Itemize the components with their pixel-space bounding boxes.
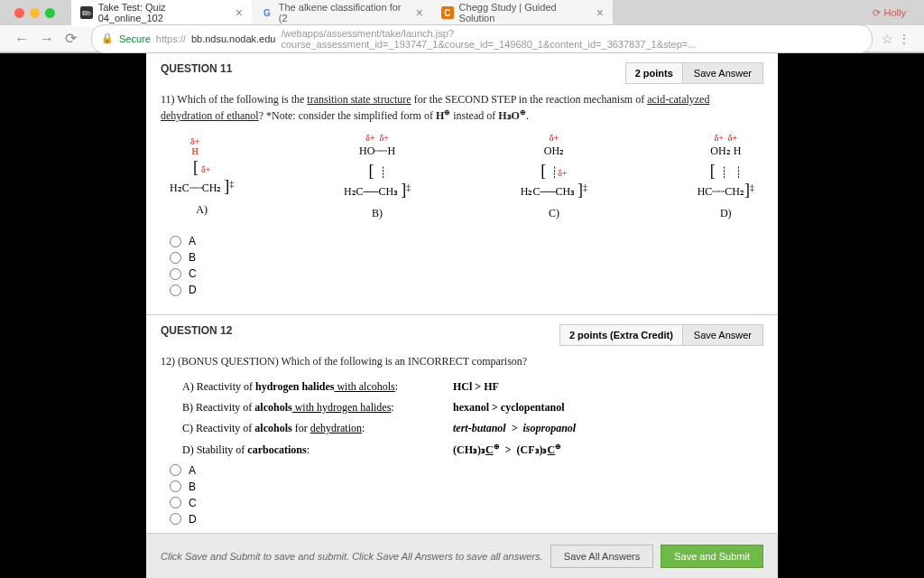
structure-d: δ+ δ+ OH₂ H [ ┊ ┊HC┄┄CH₂]‡ D) — [698, 133, 754, 220]
browser-menu-icon[interactable]: ⋮ — [893, 33, 915, 45]
radio-b[interactable] — [170, 252, 181, 264]
comparison-row-d: D) Stability of carbocations: (CH₃)₃C⊕ >… — [182, 442, 763, 459]
page-viewport: QUESTION 11 2 points Save Answer 11) Whi… — [0, 53, 924, 578]
save-answer-button[interactable]: Save Answer — [682, 63, 762, 83]
url-scheme: https:// — [156, 33, 186, 44]
save-all-button[interactable]: Save All Answers — [550, 545, 653, 568]
question-number: QUESTION 11 — [161, 62, 232, 75]
points-label: 2 points (Extra Credit) — [560, 325, 682, 345]
answer-options: A B C D — [170, 235, 763, 296]
option-c[interactable]: C — [170, 267, 763, 280]
option-b[interactable]: B — [170, 480, 763, 493]
question-stem: 12) (BONUS QUESTION) Which of the follow… — [161, 353, 763, 369]
comparison-table: A) Reactivity of hydrogen halides with a… — [182, 378, 763, 459]
tab-title: The alkene classification for (2 — [279, 2, 411, 23]
url-host: bb.ndsu.nodak.edu — [191, 33, 276, 44]
close-tab-icon[interactable]: × — [596, 5, 604, 20]
radio-c[interactable] — [170, 268, 181, 280]
minimize-icon[interactable] — [30, 8, 40, 18]
option-a[interactable]: A — [170, 235, 763, 247]
comparison-row-b: B) Reactivity of alcohols with hydrogen … — [182, 399, 763, 416]
option-c[interactable]: C — [170, 497, 763, 509]
lock-icon: 🔒 — [101, 33, 114, 44]
quiz-content: QUESTION 11 2 points Save Answer 11) Whi… — [146, 53, 778, 578]
structure-c: δ+ OH₂ [ ┊δ+H₂C──CH₃ ]‡ C) — [521, 133, 587, 220]
footer-bar: Click Save and Submit to save and submit… — [146, 533, 778, 578]
tab-title: Chegg Study | Guided Solution — [459, 2, 591, 23]
close-icon[interactable] — [14, 8, 24, 18]
window-controls[interactable] — [7, 8, 62, 18]
blackboard-icon: Bb — [80, 6, 93, 19]
question-11-card: QUESTION 11 2 points Save Answer 11) Whi… — [146, 53, 778, 315]
user-indicator: ⟳ Holly — [873, 7, 906, 19]
tab-bar: Bb Take Test: Quiz 04_online_102 × G The… — [0, 0, 924, 25]
answer-options: A B C D — [170, 464, 763, 526]
radio-d[interactable] — [170, 513, 181, 525]
footer-hint: Click Save and Submit to save and submit… — [161, 551, 542, 562]
chemical-structures: δ+ H [ δ+H₂C┄┄CH₂ ]‡ A) δ+ δ+ HO┄┄H [ ┊H… — [161, 133, 763, 220]
user-name: Holly — [884, 7, 906, 18]
question-number: QUESTION 12 — [161, 324, 232, 337]
radio-a[interactable] — [170, 236, 181, 247]
structure-a: δ+ H [ δ+H₂C┄┄CH₂ ]‡ A) — [170, 136, 234, 217]
forward-button[interactable]: → — [34, 31, 60, 47]
points-box: 2 points Save Answer — [625, 62, 763, 84]
maximize-icon[interactable] — [45, 8, 55, 18]
radio-d[interactable] — [170, 284, 181, 296]
option-a[interactable]: A — [170, 464, 763, 477]
reload-button[interactable]: ⟳ — [60, 30, 82, 47]
radio-a[interactable] — [170, 464, 181, 476]
close-tab-icon[interactable]: × — [236, 5, 243, 20]
sync-icon: ⟳ — [873, 7, 881, 19]
tab-google[interactable]: G The alkene classification for (2 × — [252, 0, 432, 27]
browser-chrome: Bb Take Test: Quiz 04_online_102 × G The… — [0, 0, 924, 53]
question-12-card: QUESTION 12 2 points (Extra Credit) Save… — [146, 315, 778, 533]
back-button[interactable]: ← — [9, 31, 34, 47]
close-tab-icon[interactable]: × — [416, 5, 423, 20]
comparison-row-c: C) Reactivity of alcohols for dehydratio… — [182, 420, 763, 437]
points-label: 2 points — [626, 63, 682, 83]
bookmark-icon[interactable]: ☆ — [882, 32, 893, 46]
radio-b[interactable] — [170, 480, 181, 492]
url-path: /webapps/assessment/take/launch.jsp?cour… — [281, 28, 863, 50]
points-box: 2 points (Extra Credit) Save Answer — [559, 324, 763, 346]
google-icon: G — [261, 6, 273, 19]
tab-quiz[interactable]: Bb Take Test: Quiz 04_online_102 × — [71, 0, 252, 27]
tab-title: Take Test: Quiz 04_online_102 — [98, 2, 230, 23]
structure-b: δ+ δ+ HO┄┄H [ ┊H₂C──CH₃ ]‡ B) — [344, 133, 411, 220]
address-bar[interactable]: 🔒 Secure https://bb.ndsu.nodak.edu/webap… — [91, 24, 873, 53]
question-stem: 11) Which of the following is the transi… — [161, 91, 763, 124]
tab-chegg[interactable]: C Chegg Study | Guided Solution × — [432, 0, 613, 27]
address-bar-row: ← → ⟳ 🔒 Secure https://bb.ndsu.nodak.edu… — [0, 25, 924, 52]
comparison-row-a: A) Reactivity of hydrogen halides with a… — [182, 378, 763, 396]
save-submit-button[interactable]: Save and Submit — [661, 545, 763, 568]
option-b[interactable]: B — [170, 251, 763, 264]
save-answer-button[interactable]: Save Answer — [682, 325, 762, 345]
secure-label: Secure — [119, 33, 151, 44]
chegg-icon: C — [441, 6, 454, 19]
option-d[interactable]: D — [170, 284, 763, 296]
radio-c[interactable] — [170, 497, 181, 508]
option-d[interactable]: D — [170, 513, 763, 526]
